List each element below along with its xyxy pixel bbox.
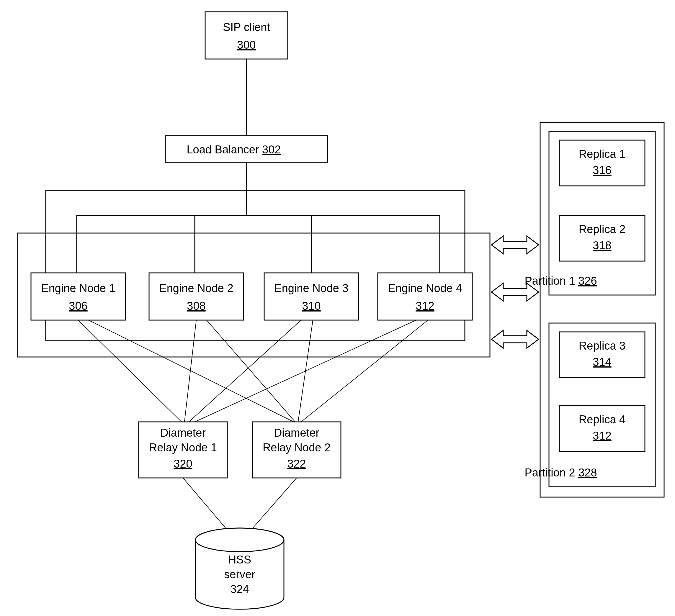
svg-rect-3 bbox=[378, 273, 472, 320]
engine-2-label: Engine Node 2 bbox=[159, 282, 233, 294]
replica-3-label: Replica 3 bbox=[579, 340, 625, 352]
hss-label-a: HSS bbox=[228, 553, 251, 566]
sip-client-box bbox=[205, 12, 288, 59]
edge-r2-hss bbox=[245, 478, 297, 537]
replica-2-label: Replica 2 bbox=[579, 223, 625, 236]
edge-e4-r1 bbox=[195, 320, 416, 422]
partition-1: Replica 1 316 Replica 2 318 Partition 1 … bbox=[524, 131, 655, 295]
edge-e3-r1 bbox=[189, 320, 301, 422]
relay-2-label-a: Diameter bbox=[274, 427, 319, 439]
sip-client-label: SIP client bbox=[223, 21, 270, 33]
edge-e4-r2 bbox=[301, 320, 428, 422]
replica-1-box bbox=[559, 140, 645, 186]
hss-ref: 324 bbox=[230, 583, 249, 595]
relay-1-label-a: Diameter bbox=[160, 427, 206, 439]
replica-1-ref: 316 bbox=[593, 164, 611, 176]
replica-3-ref: 314 bbox=[593, 356, 611, 368]
engine-node-4: Engine Node 4 312 bbox=[378, 273, 472, 320]
partition-2: Replica 3 314 Replica 4 312 Partition 2 … bbox=[524, 323, 655, 487]
edge-e2-r1 bbox=[184, 320, 196, 422]
engine-1-label: Engine Node 1 bbox=[41, 282, 115, 294]
edge-e2-r2 bbox=[207, 320, 295, 422]
partition-1-label: Partition 1 326 bbox=[524, 275, 597, 287]
double-arrow-1 bbox=[492, 236, 539, 254]
svg-point-7 bbox=[196, 528, 284, 552]
relay-node-1: Diameter Relay Node 1 320 bbox=[139, 422, 227, 478]
engine-node-2: Engine Node 2 308 bbox=[149, 273, 243, 320]
replica-4-ref: 312 bbox=[593, 430, 611, 442]
engine-4-label: Engine Node 4 bbox=[388, 282, 462, 294]
engine-node-1: Engine Node 1 306 bbox=[31, 273, 126, 320]
replica-1-label: Replica 1 bbox=[579, 148, 625, 160]
edge-e1-r2 bbox=[88, 320, 294, 422]
double-arrow-3 bbox=[492, 331, 539, 348]
engine-3-ref: 310 bbox=[302, 300, 320, 312]
engine-node-3: Engine Node 3 310 bbox=[264, 273, 359, 320]
svg-marker-12 bbox=[492, 331, 539, 348]
replica-2-ref: 318 bbox=[593, 239, 611, 252]
replica-3-box bbox=[559, 332, 645, 378]
hss-server: HSS server 324 bbox=[196, 528, 284, 609]
relay-node-2: Diameter Relay Node 2 322 bbox=[252, 422, 341, 478]
svg-marker-10 bbox=[492, 236, 539, 254]
engine-4-ref: 312 bbox=[416, 300, 434, 312]
relay-1-ref: 320 bbox=[173, 458, 192, 470]
engine-2-ref: 308 bbox=[187, 300, 206, 312]
svg-rect-0 bbox=[31, 273, 126, 320]
relay-2-ref: 322 bbox=[287, 458, 306, 470]
sip-client-ref: 300 bbox=[237, 39, 255, 51]
replica-4-box bbox=[559, 406, 645, 451]
relay-2-label-b: Relay Node 2 bbox=[263, 441, 330, 454]
replica-2-box bbox=[559, 215, 645, 261]
hss-label-b: server bbox=[224, 568, 255, 581]
load-balancer-label: Load Balancer 302 bbox=[186, 144, 281, 156]
edge-e1-r1 bbox=[78, 320, 181, 422]
relay-1-label-b: Relay Node 1 bbox=[149, 441, 217, 454]
svg-rect-1 bbox=[149, 273, 243, 320]
engine-1-ref: 306 bbox=[69, 300, 87, 312]
edge-r1-hss bbox=[183, 478, 233, 537]
partition-2-label: Partition 2 328 bbox=[524, 466, 597, 479]
svg-rect-2 bbox=[264, 273, 359, 320]
replica-4-label: Replica 4 bbox=[579, 413, 625, 426]
engine-3-label: Engine Node 3 bbox=[274, 282, 348, 294]
